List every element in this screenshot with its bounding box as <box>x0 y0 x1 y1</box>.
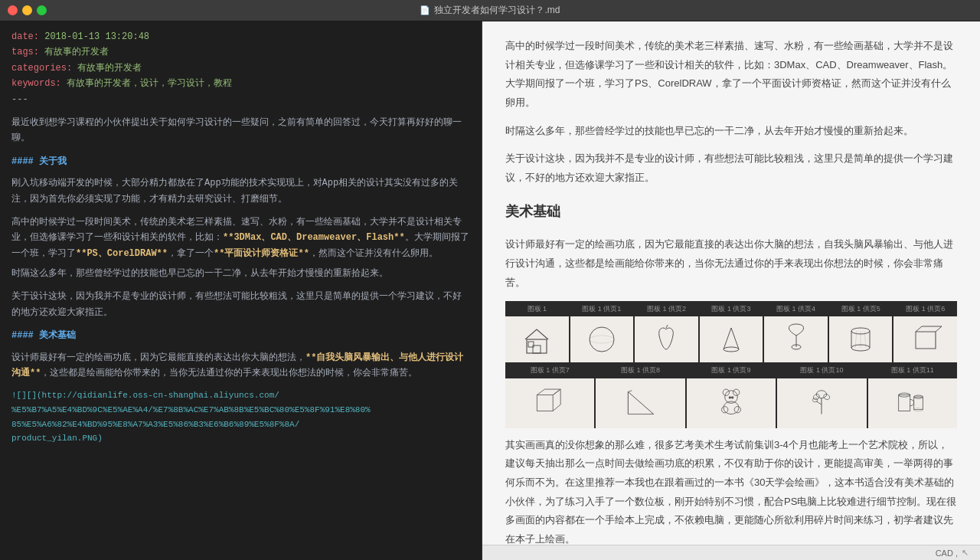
svg-line-24 <box>553 389 560 395</box>
grid-cell-12: 图板 1 供页11 <box>868 362 957 427</box>
svg-line-25 <box>553 404 560 411</box>
grid-cell-7: 图板 1 供页6 <box>893 301 957 362</box>
svg-rect-45 <box>898 395 910 411</box>
grid-cell-3: 图板 1 供页2 <box>635 301 698 362</box>
frontmatter: date: 2018-01-13 13:20:48 tags: 有故事的开发者 … <box>11 29 470 107</box>
svg-point-35 <box>721 407 727 413</box>
svg-point-44 <box>813 398 818 402</box>
close-button[interactable] <box>8 5 18 15</box>
rp-para2: 时隔这么多年，那些曾经学过的技能也早已忘的一干二净，从去年开始才慢慢的重新拾起来… <box>505 122 957 141</box>
svg-point-41 <box>812 393 821 401</box>
rp-art-closing: 其实画画真的没你想象的那么难，很多艺考美术生考试前集训3-4个月也能考上一个艺术… <box>505 436 957 549</box>
heading-about: #### 关于我 <box>11 154 470 169</box>
bottom-bar-text: CAD , <box>936 549 958 558</box>
rp-section-title-art: 美术基础 <box>505 199 957 228</box>
svg-line-30 <box>628 391 632 392</box>
rp-para3: 关于设计这块，因为我并不是专业的设计师，有些想法可能比较粗浅，这里只是简单的提供… <box>505 149 957 187</box>
svg-point-37 <box>729 396 731 398</box>
title-text: 独立开发者如何学习设计？.md <box>434 4 560 17</box>
svg-line-28 <box>628 392 653 414</box>
para-about4: 关于设计这块，因为我并不是专业的设计师，有些想法可能比较粗浅，这里只是简单的提供… <box>11 289 470 320</box>
bottom-bar: CAD , ↖ <box>482 545 980 560</box>
window-controls <box>8 5 47 15</box>
maximize-button[interactable] <box>37 5 47 15</box>
right-panel[interactable]: 高中的时候学过一段时间美术，传统的美术老三样素描、速写、水粉，有一些绘画基础，大… <box>482 21 980 560</box>
para-about1: 刚入坑移动端开发的时候，大部分精力都放在了App功能的技术实现现上，对App相关… <box>11 175 470 207</box>
svg-line-5 <box>666 325 668 328</box>
svg-point-33 <box>733 389 739 395</box>
svg-point-42 <box>823 393 831 401</box>
svg-line-21 <box>537 389 545 395</box>
meta-date: date: 2018-01-13 13:20:48 <box>11 29 470 44</box>
grid-cell-11: 图板 1 供页10 <box>777 362 866 427</box>
heading-art: #### 美术基础 <box>11 328 470 343</box>
drawing-grid-row2: 图板 1 供页7 <box>505 362 957 427</box>
svg-line-16 <box>916 326 922 332</box>
meta-categories: categories: 有故事的开发者 <box>11 61 470 76</box>
svg-point-3 <box>590 327 614 352</box>
left-body: 最近收到想学习课程的小伙伴提出关于如何学习设计的一些疑问，之前有简单的回答过，今… <box>11 115 470 446</box>
para-intro: 最近收到想学习课程的小伙伴提出关于如何学习设计的一些疑问，之前有简单的回答过，今… <box>11 115 470 146</box>
grid-cell-2: 图板 1 供页1 <box>570 301 634 362</box>
para-about2: 高中的时候学过一段时间美术，传统的美术老三样素描、速写、水粉，有一些绘画基础，大… <box>11 215 470 261</box>
grid-cell-1: 图板 1 <box>505 301 569 362</box>
para-about3: 时隔这么多年，那些曾经学过的技能也早已忘的一干二净，从去年开始才慢慢的重新拾起来… <box>11 266 470 281</box>
svg-point-36 <box>734 407 740 413</box>
grid-cell-10: 图板 1 供页9 <box>687 362 776 427</box>
grid-cell-9: 图板 1 供页8 <box>596 362 684 427</box>
grid-cell-4: 图板 1 供页3 <box>700 301 763 362</box>
file-icon: 📄 <box>420 5 430 15</box>
svg-point-4 <box>590 336 614 343</box>
svg-point-38 <box>731 396 733 398</box>
rp-section-art: 美术基础 设计师最好有一定的绘画功底，因为它最能直接的表达出你大脑的想法，自我头… <box>505 199 957 549</box>
svg-point-32 <box>723 389 729 395</box>
svg-rect-15 <box>916 332 936 349</box>
rp-para1: 高中的时候学过一段时间美术，传统的美术老三样素描、速写、水粉，有一些绘画基础，大… <box>505 37 957 113</box>
grid-cell-8: 图板 1 供页7 <box>505 362 594 427</box>
meta-tags: tags: 有故事的开发者 <box>11 44 470 60</box>
svg-line-17 <box>936 326 942 332</box>
titlebar: 📄 独立开发者如何学习设计？.md <box>0 0 980 21</box>
main-container: date: 2018-01-13 13:20:48 tags: 有故事的开发者 … <box>0 21 980 560</box>
left-panel[interactable]: date: 2018-01-13 13:20:48 tags: 有故事的开发者 … <box>0 21 482 560</box>
rp-art-para1: 设计师最好有一定的绘画功底，因为它最能直接的表达出你大脑的想法，自我头脑风暴输出… <box>505 235 957 292</box>
frontmatter-separator: --- <box>11 92 470 107</box>
titlebar-title: 📄 独立开发者如何学习设计？.md <box>420 4 560 17</box>
image-link-line: ![][](http://qidianlife.oss-cn-shanghai.… <box>11 388 470 446</box>
svg-point-6 <box>724 347 739 352</box>
para-art1: 设计师最好有一定的绘画功底，因为它最能直接的表达出你大脑的想法，**自我头脑风暴… <box>11 350 470 382</box>
svg-line-43 <box>817 401 822 404</box>
cursor-icon: ↖ <box>962 548 969 558</box>
grid-cell-5: 图板 1 供页4 <box>764 301 828 362</box>
grid-cell-6: 图板 1 供页5 <box>829 301 893 362</box>
meta-keywords: keywords: 有故事的开发者，设计，学习设计，教程 <box>11 76 470 91</box>
minimize-button[interactable] <box>22 5 32 15</box>
drawing-grid-row1: 图板 1 图板 1 供页1 <box>505 301 957 362</box>
svg-rect-20 <box>537 395 554 411</box>
